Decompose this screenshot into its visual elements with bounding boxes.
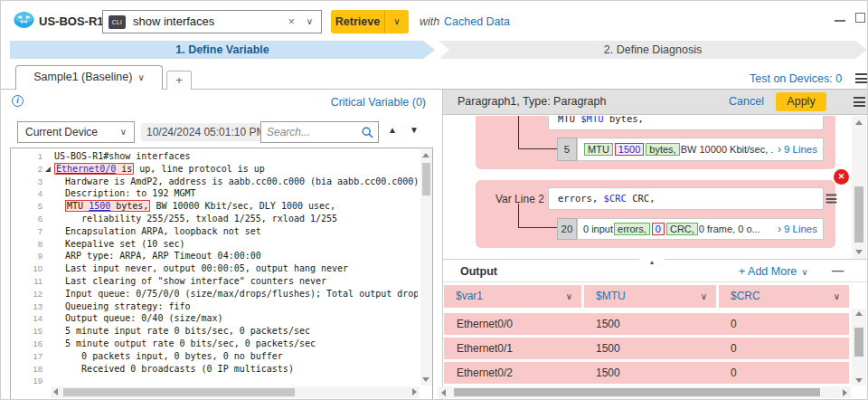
match-token[interactable]: CRC, [666, 223, 698, 235]
step-define-diagnosis[interactable]: 2. Define Diagnosis [439, 41, 867, 59]
search-icon[interactable] [362, 127, 373, 138]
match-token[interactable]: errors, [614, 223, 650, 235]
scroll-thumb[interactable] [454, 388, 820, 396]
clear-command-icon[interactable]: × [288, 11, 295, 33]
row-suffix: 0 frame, 0 o... [699, 224, 760, 234]
scroll-up-arrow[interactable] [855, 120, 863, 125]
code-line: 14 Output queue: 0/40 (size/max) [13, 312, 418, 325]
paragraph-menu-icon[interactable] [854, 97, 865, 107]
column-dropdown-icon[interactable]: ∨ [834, 285, 840, 308]
command-input[interactable]: CLI show interfaces × ∨ [102, 10, 322, 33]
pattern-text: bytes, [604, 116, 644, 124]
output-cell: 0 [731, 313, 737, 335]
scroll-up-arrow[interactable] [422, 153, 429, 157]
scroll-down-arrow[interactable] [855, 378, 863, 383]
router-device-icon [14, 11, 34, 29]
match-box[interactable]: Ethernet0/0 is [54, 163, 134, 175]
search-input[interactable] [267, 123, 357, 141]
code-text: MTU [67, 201, 89, 211]
output-column-header[interactable]: $MTU∨ [584, 285, 716, 308]
code-text: Hardware is AmdP2, address is aabb.cc00.… [54, 176, 418, 188]
scroll-left-arrow[interactable] [441, 389, 446, 396]
gutter [42, 275, 54, 288]
add-sample-tab-button[interactable]: + [166, 71, 192, 90]
code-hscrollbar[interactable] [51, 386, 420, 398]
info-icon[interactable]: i [12, 95, 24, 107]
column-dropdown-icon[interactable]: ∨ [701, 285, 707, 308]
sample-line-row: 0 input errors,0CRC, 0 frame, 0 o...›9 L… [577, 218, 824, 240]
scroll-down-arrow[interactable] [855, 250, 863, 254]
search-prev-button[interactable]: ▲ [388, 125, 397, 135]
test-on-devices-link[interactable]: Test on Devices: 0 [750, 72, 842, 85]
device-name[interactable]: US-BOS-R1 [39, 14, 104, 28]
scroll-thumb[interactable] [854, 328, 863, 357]
column-dropdown-icon[interactable]: ∨ [566, 285, 572, 308]
panel-menu-icon[interactable] [855, 73, 867, 83]
tab-sample-baseline[interactable]: Sample1 (Baseline)∨ [15, 65, 163, 90]
code-text: Received 0 broadcasts (0 IP multicasts) [54, 364, 294, 374]
tab-dropdown-icon[interactable]: ∨ [137, 72, 144, 82]
command-dropdown-icon[interactable]: ∨ [307, 11, 313, 33]
cached-data-link[interactable]: Cached Data [444, 15, 510, 28]
output-vscrollbar[interactable] [852, 309, 866, 386]
match-box[interactable]: MTU 1500 bytes, [65, 200, 150, 212]
code-text: reliability 255/255, txload 1/255, rxloa… [54, 213, 337, 225]
line-number: 18 [13, 363, 42, 376]
add-more-link[interactable]: + Add More∨ [739, 265, 808, 278]
device-scope-select[interactable]: Current Device ∨ [17, 121, 135, 143]
line-number-badge: 5 [557, 138, 577, 161]
code-vscrollbar[interactable] [420, 149, 432, 386]
scroll-up-arrow[interactable] [855, 311, 863, 316]
cancel-button[interactable]: Cancel [729, 90, 764, 114]
match-token[interactable]: MTU [584, 143, 613, 156]
match-token[interactable]: bytes, [646, 143, 679, 156]
retrieve-dropdown-button[interactable]: ∨ [384, 10, 409, 33]
output-column-header[interactable]: $CRC∨ [719, 285, 849, 308]
search-next-button[interactable]: ▼ [410, 125, 419, 135]
variable-token: $CRC [604, 193, 627, 204]
code-line: 8 Keepalive set (10 sec) [13, 238, 418, 251]
code-text: Last clearing of "show interface" counte… [54, 275, 326, 288]
variable-value-token[interactable]: 1500 [615, 143, 644, 156]
line-number: 6 [13, 213, 42, 225]
step-define-variable[interactable]: 1. Define Variable [10, 41, 435, 59]
apply-button[interactable]: Apply [776, 92, 826, 111]
scroll-left-arrow[interactable] [53, 388, 58, 395]
fold-icon[interactable] [45, 167, 51, 172]
command-text[interactable]: show interfaces [133, 11, 214, 33]
output-hscrollbar[interactable] [438, 386, 851, 398]
code-text: Input queue: 0/75/0/0 (size/max/drops/fl… [54, 289, 418, 299]
scroll-right-arrow[interactable] [843, 389, 847, 396]
lines-expand-link[interactable]: ›9 Lines [774, 143, 817, 156]
code-text: up, line protocol is up [134, 164, 265, 174]
code-text: Description: to 192 MGMT [54, 187, 196, 200]
line-number: 3 [13, 176, 42, 188]
content-vscrollbar[interactable] [852, 116, 866, 259]
collapse-output-button[interactable]: — [832, 263, 844, 277]
critical-variable-link[interactable]: Critical Variable (0) [317, 96, 426, 109]
collapse-handle-icon[interactable]: ▲ [639, 258, 665, 266]
scroll-right-arrow[interactable] [412, 388, 417, 395]
code-editor[interactable]: 1US-BOS-R1#show interfaces2Ethernet0/0 i… [10, 148, 433, 400]
gutter [42, 300, 54, 313]
var-pattern-input-2[interactable]: errors, $CRC CRC, [548, 187, 824, 210]
var-line2-label: Var Line 2 [495, 193, 544, 205]
cli-badge-icon: CLI [108, 15, 126, 29]
retrieve-button[interactable]: Retrieve [331, 10, 384, 33]
search-box [260, 121, 379, 143]
scroll-thumb[interactable] [422, 163, 430, 195]
output-column-headers: $var1∨$MTU∨$CRC∨ [444, 285, 849, 308]
scroll-thumb[interactable] [854, 186, 863, 243]
code-line: 1US-BOS-R1#show interfaces [13, 150, 418, 163]
delete-var-line-button[interactable]: ✕ [834, 169, 849, 185]
var-line-menu-icon[interactable] [826, 195, 837, 204]
scroll-down-arrow[interactable] [422, 377, 429, 382]
variable-value-token[interactable]: 0 [652, 223, 665, 235]
code-line: 15 5 minute input rate 0 bits/sec, 0 pac… [13, 325, 418, 338]
output-column-header[interactable]: $var1∨ [444, 285, 581, 308]
maximize-button[interactable] [855, 13, 865, 23]
minimize-button[interactable] [835, 20, 845, 22]
var-pattern-input-1[interactable]: MTU $MTU bytes, [548, 116, 824, 130]
scroll-thumb[interactable] [63, 388, 295, 396]
lines-expand-link[interactable]: ›9 Lines [774, 223, 817, 235]
